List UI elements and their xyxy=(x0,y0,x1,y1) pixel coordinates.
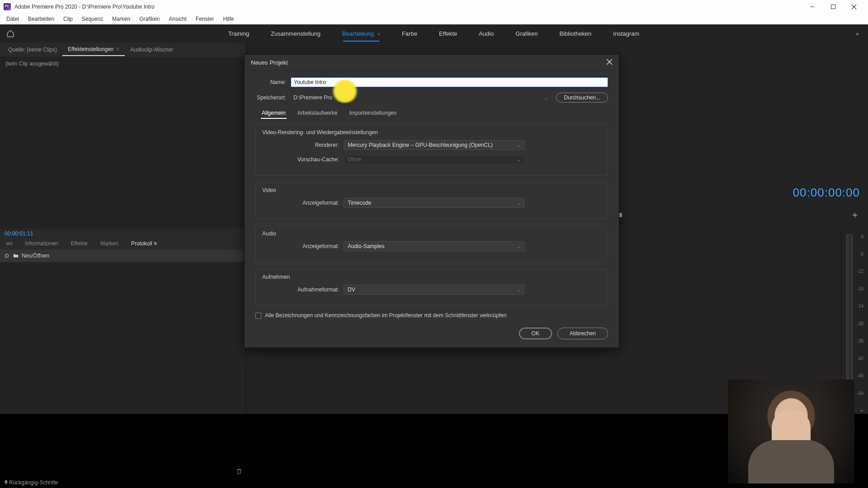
tab-quelle[interactable]: Quelle: (keine Clips) xyxy=(3,44,62,56)
tab-audioclip-mischer[interactable]: Audioclip-Mischer xyxy=(125,44,179,56)
source-panel-tabs: Quelle: (keine Clips) Effekteinstellunge… xyxy=(0,42,246,57)
workspace-effekte[interactable]: Effekte xyxy=(428,26,468,42)
workspace-training[interactable]: Training xyxy=(217,26,260,42)
menu-bearbeiten[interactable]: Bearbeiten xyxy=(24,15,59,23)
svg-rect-4 xyxy=(570,214,572,216)
minimize-button[interactable] xyxy=(802,0,823,14)
svg-rect-6 xyxy=(585,214,588,216)
folder-icon xyxy=(13,253,19,259)
svg-rect-7 xyxy=(589,214,591,216)
tab-effekteinstellungen[interactable]: Effekteinstellungen≡ xyxy=(62,43,125,56)
export-frame-button[interactable] xyxy=(599,211,608,221)
maximize-button[interactable] xyxy=(823,0,844,14)
menu-sequenz[interactable]: Sequenz xyxy=(77,15,108,23)
tab-marken[interactable]: Marken xyxy=(94,239,125,249)
trash-icon[interactable] xyxy=(236,468,242,474)
menu-bar: Datei Bearbeiten Clip Sequenz Marken Gra… xyxy=(0,14,868,24)
app-icon xyxy=(4,3,11,10)
comparison-button[interactable] xyxy=(615,211,623,221)
status-bar: 0 Rückgängig-Schritte xyxy=(5,477,58,488)
extract-button[interactable] xyxy=(584,211,592,221)
project-panel-tabs: en Informationen Effekte Marken Protokol… xyxy=(0,238,246,249)
lift-button[interactable] xyxy=(569,211,577,221)
audio-meter-scale: 0-6-12-18-24-30-36-42-48-54∞ xyxy=(857,234,863,413)
play-button[interactable] xyxy=(523,211,531,221)
program-monitor: 00:00:00:00 xyxy=(246,42,868,229)
history-panel-body xyxy=(0,262,246,418)
source-timecode[interactable]: 00:00:01:11 xyxy=(0,229,246,238)
history-row[interactable]: Neu/Öffnen xyxy=(0,249,246,262)
home-icon[interactable] xyxy=(5,28,16,39)
step-back-button[interactable] xyxy=(507,211,515,221)
menu-clip[interactable]: Clip xyxy=(59,15,77,23)
workspace-menu-icon[interactable]: ≡ xyxy=(377,32,380,37)
menu-grafiken[interactable]: Grafiken xyxy=(135,15,164,23)
menu-fenster[interactable]: Fenster xyxy=(191,15,219,23)
transport-controls xyxy=(246,211,868,221)
workspace-bar: Training Zusammenstellung Bearbeitung≡ F… xyxy=(0,24,868,42)
tab-informationen[interactable]: Informationen xyxy=(19,239,64,249)
window-title: Adobe Premiere Pro 2020 - D:\Premiere Pr… xyxy=(14,4,155,10)
menu-ansicht[interactable]: Ansicht xyxy=(164,15,191,23)
tab-en[interactable]: en xyxy=(0,239,19,249)
svg-rect-8 xyxy=(600,213,607,217)
undo-count-label: 0 Rückgängig-Schritte xyxy=(5,479,58,486)
window-titlebar: Adobe Premiere Pro 2020 - D:\Premiere Pr… xyxy=(0,0,868,14)
workspace-zusammenstellung[interactable]: Zusammenstellung xyxy=(260,26,331,42)
button-editor-plus[interactable] xyxy=(851,211,859,221)
panel-menu-icon[interactable]: ≡ xyxy=(152,240,157,247)
webcam-overlay xyxy=(728,380,854,483)
no-clip-label: (kein Clip ausgewählt) xyxy=(0,57,246,70)
workspace-grafiken[interactable]: Grafiken xyxy=(505,26,548,42)
svg-rect-5 xyxy=(573,214,576,216)
mark-out-button[interactable] xyxy=(553,211,561,221)
menu-datei[interactable]: Datei xyxy=(2,15,24,23)
mark-in-button[interactable] xyxy=(492,211,500,221)
workspace-bibliotheken[interactable]: Bibliotheken xyxy=(549,26,603,42)
sound-icon[interactable] xyxy=(4,479,10,486)
workspace-audio[interactable]: Audio xyxy=(468,26,505,42)
svg-rect-10 xyxy=(616,213,618,217)
workspace-instagram[interactable]: Instagram xyxy=(602,26,650,42)
svg-rect-11 xyxy=(619,213,622,217)
toggle-icon[interactable] xyxy=(4,253,10,259)
menu-marken[interactable]: Marken xyxy=(108,15,135,23)
menu-hilfe[interactable]: Hilfe xyxy=(219,15,239,23)
svg-point-14 xyxy=(5,254,9,258)
close-button[interactable] xyxy=(844,0,864,14)
tab-effekte[interactable]: Effekte xyxy=(65,239,94,249)
step-forward-button[interactable] xyxy=(538,211,546,221)
svg-rect-1 xyxy=(831,5,835,9)
panel-menu-icon[interactable]: ≡ xyxy=(116,46,119,52)
program-timecode[interactable]: 00:00:00:00 xyxy=(793,186,860,200)
svg-point-9 xyxy=(602,214,604,216)
tab-protokoll[interactable]: Protokoll ≡ xyxy=(125,239,163,249)
workspace-bearbeitung[interactable]: Bearbeitung≡ xyxy=(331,26,391,42)
workspace-overflow-icon[interactable]: » xyxy=(851,30,863,37)
workspace-farbe[interactable]: Farbe xyxy=(391,26,428,42)
history-item-label: Neu/Öffnen xyxy=(22,253,49,259)
